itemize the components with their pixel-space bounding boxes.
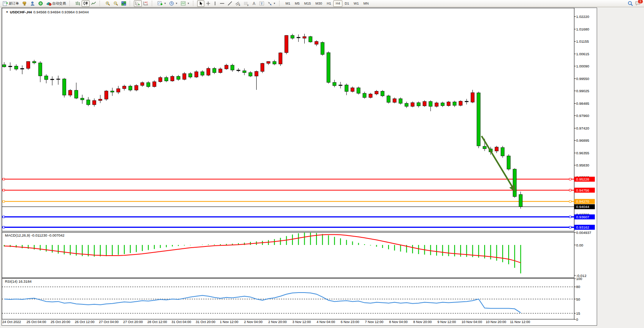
axis-price-label-text: 0.94044 xyxy=(576,205,589,209)
chart-bars-button[interactable] xyxy=(74,0,82,7)
line-anchor-handle[interactable] xyxy=(569,200,571,202)
zoom-in-icon xyxy=(105,1,110,6)
timeframe-button-H1[interactable]: H1 xyxy=(324,0,334,7)
line-anchor-handle[interactable] xyxy=(3,216,5,218)
timeframe-button-M30[interactable]: M30 xyxy=(313,0,324,7)
trendline-icon xyxy=(228,1,232,6)
candle-body xyxy=(333,82,336,86)
rsi-label: RSI(14) 16.3184 xyxy=(5,279,32,283)
line-anchor-handle[interactable] xyxy=(569,178,571,180)
autotrade-button[interactable]: 自动交易 xyxy=(45,0,67,7)
axis-price-label-text: 0.93162 xyxy=(576,225,589,229)
timeframe-button-M5[interactable]: M5 xyxy=(292,0,302,7)
notifications-button[interactable]: 1 xyxy=(635,1,641,6)
zoom-out-icon xyxy=(113,1,118,6)
time-axis-label: 2 Nov 04:00 xyxy=(244,320,263,324)
time-axis-label: 8 Nov 20:00 xyxy=(413,320,432,324)
line-anchor-handle[interactable] xyxy=(569,189,571,191)
candle-body xyxy=(111,91,114,92)
candle-body xyxy=(183,74,186,79)
toolbar-separator xyxy=(130,1,132,6)
fibonacci-tool-button[interactable]: F xyxy=(242,0,251,7)
text-label-icon: T xyxy=(259,1,264,6)
line-anchor-handle[interactable] xyxy=(569,226,571,228)
line-anchor-handle[interactable] xyxy=(3,200,5,202)
candle-body xyxy=(327,53,330,82)
candle-body xyxy=(513,169,516,197)
candle-body xyxy=(69,90,72,95)
candle-body xyxy=(507,156,511,169)
y-axis-tick-label: 0.98485 xyxy=(576,101,589,106)
candle-body xyxy=(297,37,300,38)
timeframe-group: M1M5M15M30H1H4D1W1MN xyxy=(282,0,372,6)
candle-body xyxy=(3,65,6,67)
timeframe-button-M15[interactable]: M15 xyxy=(302,0,313,7)
hammer-icon xyxy=(22,1,27,6)
arrows-tool-button[interactable]: ▼ xyxy=(266,0,277,7)
y-axis-tick-label: 1.01155 xyxy=(576,39,589,43)
candle-body xyxy=(243,71,246,73)
timeframe-button-W1[interactable]: W1 xyxy=(351,0,361,7)
auto-scroll-icon xyxy=(135,1,140,6)
line-anchor-handle[interactable] xyxy=(3,226,5,228)
signals-button[interactable] xyxy=(37,0,45,7)
candle-body xyxy=(231,65,234,70)
line-anchor-handle[interactable] xyxy=(3,178,5,180)
time-axis-label: 3 Nov 12:00 xyxy=(292,320,311,324)
crosshair-tool-button[interactable] xyxy=(204,0,212,7)
candle-body xyxy=(417,102,420,106)
candle-body xyxy=(381,91,384,96)
one-click-trading-toggle[interactable]: ▼ xyxy=(6,11,8,13)
dropdown-caret: ▼ xyxy=(175,2,178,5)
candle-body xyxy=(477,93,480,146)
candle-body xyxy=(165,77,168,81)
timeframe-button-MN[interactable]: MN xyxy=(361,0,371,7)
main-toolbar: 新订单 自动交易 xyxy=(0,0,644,7)
auto-scroll-button[interactable] xyxy=(134,0,142,7)
toolbar-separator xyxy=(69,1,72,6)
candle-body xyxy=(291,35,294,38)
candle-body xyxy=(267,61,270,63)
dropdown-caret: ▼ xyxy=(273,2,276,5)
tile-windows-button[interactable] xyxy=(120,0,128,7)
new-order-label: 新订单 xyxy=(9,1,19,6)
periods-button[interactable]: ▼ xyxy=(168,0,179,7)
search-icon[interactable] xyxy=(628,1,633,6)
trendline-tool-button[interactable] xyxy=(226,0,234,7)
vertical-line-tool-button[interactable] xyxy=(212,0,218,7)
templates-button[interactable]: ▼ xyxy=(179,0,191,7)
timeframe-button-D1[interactable]: D1 xyxy=(342,0,352,7)
candle-body xyxy=(141,83,144,85)
horizontal-line-tool-button[interactable] xyxy=(218,0,226,7)
terminal-button[interactable] xyxy=(29,0,37,7)
time-axis-label: 9 Nov 12:00 xyxy=(437,320,456,324)
y-axis-tick-label: 0.97420 xyxy=(576,126,589,130)
timeframe-button-M1[interactable]: M1 xyxy=(283,0,293,7)
line-anchor-handle[interactable] xyxy=(569,216,571,218)
channel-tool-button[interactable]: E xyxy=(234,0,242,7)
chart-candles-button[interactable] xyxy=(82,0,90,7)
text-tool-button[interactable]: A xyxy=(251,0,258,7)
objects-button[interactable] xyxy=(21,0,29,7)
zoom-in-button[interactable] xyxy=(104,0,112,7)
line-anchor-handle[interactable] xyxy=(3,189,5,191)
chart-shift-button[interactable] xyxy=(142,0,150,7)
chart-line-button[interactable] xyxy=(90,0,98,7)
new-order-button[interactable]: 新订单 xyxy=(1,0,21,7)
candle-body xyxy=(465,101,468,102)
macd-name: MACD(12,26,9) xyxy=(5,233,30,237)
text-label-tool-button[interactable]: T xyxy=(258,0,266,7)
time-axis-label: 26 Oct 12:00 xyxy=(75,320,95,324)
candle-body xyxy=(177,76,180,79)
candle-body xyxy=(39,63,42,76)
macd-panel[interactable] xyxy=(2,232,574,278)
candle-body xyxy=(279,53,282,64)
timeframe-button-H4[interactable]: H4 xyxy=(333,0,342,7)
indicators-icon xyxy=(157,1,163,6)
cursor-tool-button[interactable] xyxy=(197,0,204,7)
chart-canvas[interactable]: 1.022201.016801.011551.006151.000900.995… xyxy=(2,8,596,326)
toolbar-separator xyxy=(152,1,154,6)
indicators-button[interactable]: ▼ xyxy=(156,0,168,7)
line-chart-icon xyxy=(91,1,96,6)
zoom-out-button[interactable] xyxy=(112,0,120,7)
